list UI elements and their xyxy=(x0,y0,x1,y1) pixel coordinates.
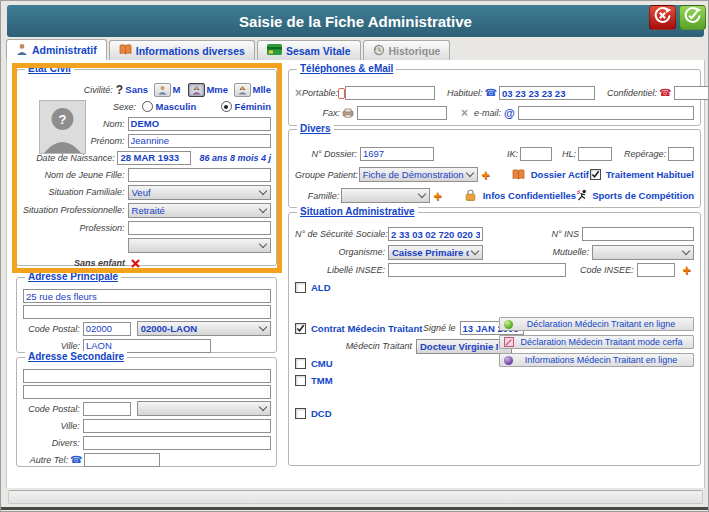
situation-professionnelle-label: Situation Professionnelle: xyxy=(23,205,125,215)
civilite-mlle-option[interactable]: Mlle xyxy=(253,84,271,95)
ik-input[interactable] xyxy=(520,147,552,161)
groupe-patient-row: Groupe Patient: Fiche de Démonstration +… xyxy=(295,164,694,185)
at-icon: @ xyxy=(504,107,515,119)
svg-text:?: ? xyxy=(59,112,67,127)
woman-avatar-icon xyxy=(191,85,202,95)
adresse2-commune-select[interactable] xyxy=(137,401,271,416)
email-label: e-mail: xyxy=(474,108,501,118)
civilite-sans-icon[interactable]: ? xyxy=(116,83,123,97)
groupe-patient-label: Groupe Patient: xyxy=(295,170,357,180)
sports-competition-link[interactable]: Sports de Compétition xyxy=(592,190,694,201)
adresse1-ligne1-input[interactable] xyxy=(23,289,271,303)
civilite-m-button[interactable] xyxy=(154,83,171,97)
reperage-input[interactable] xyxy=(668,147,694,161)
adresse2-ville-input[interactable] xyxy=(83,419,271,433)
cmu-checkbox[interactable] xyxy=(295,358,306,369)
tmm-checkbox[interactable] xyxy=(295,375,306,386)
civilite-sans-option[interactable]: Sans xyxy=(125,84,148,95)
libelle-insee-input[interactable] xyxy=(388,263,566,277)
sexe-feminin-radio[interactable] xyxy=(221,101,232,112)
nss-label: N° de Sécurité Sociale: xyxy=(295,229,385,239)
medecin-traitant-buttons: Déclaration Médecin Traitant en ligne Dé… xyxy=(499,317,694,371)
autre-tel-input[interactable] xyxy=(84,453,160,467)
nom-jeune-fille-input[interactable] xyxy=(128,168,271,182)
civilite-m-option[interactable]: M xyxy=(173,84,181,95)
clear-portable-icon[interactable]: × xyxy=(295,88,302,98)
hl-input[interactable] xyxy=(578,147,612,161)
ald-checkbox[interactable] xyxy=(295,282,306,293)
adresse1-code-postal-input[interactable] xyxy=(83,322,131,336)
window-bottom-edge xyxy=(1,507,709,510)
nom-input[interactable] xyxy=(128,117,271,131)
confidentiel-label: Confidentiel: xyxy=(607,88,657,98)
adresse1-commune-select[interactable]: 02000-LAON xyxy=(137,321,271,336)
profession-type-select[interactable] xyxy=(128,238,271,253)
tab-bar: Administratif Informations diverses Sesa… xyxy=(6,39,705,60)
adresse1-ligne2-row xyxy=(23,304,271,320)
declaration-mt-en-ligne-button[interactable]: Déclaration Médecin Traitant en ligne xyxy=(499,317,694,331)
nom-jeune-fille-row: Nom de Jeune Fille: xyxy=(23,166,271,183)
nss-input[interactable] xyxy=(388,227,483,241)
nins-input[interactable] xyxy=(582,227,694,241)
medecin-traitant-label: Médecin Traitant xyxy=(295,341,412,351)
civilite-mlle-button[interactable] xyxy=(234,83,251,97)
infos-confidentielles-link[interactable]: Infos Confidentielles xyxy=(483,190,576,201)
adresse2-ligne2-input[interactable] xyxy=(23,385,271,399)
email-input[interactable] xyxy=(518,106,694,120)
medecin-traitant-select[interactable]: Docteur Virginie MEDECIN RP... xyxy=(416,339,512,354)
clear-email-icon[interactable]: × xyxy=(461,108,468,118)
validate-button[interactable] xyxy=(679,5,706,30)
date-naissance-input[interactable] xyxy=(117,151,191,165)
situation-familiale-select[interactable]: Veuf xyxy=(128,185,271,200)
profession-input[interactable] xyxy=(128,221,271,235)
code-insee-input[interactable] xyxy=(637,263,675,277)
civilite-mme-option[interactable]: Mme xyxy=(206,84,228,95)
situation-familiale-row: Situation Familiale: Veuf xyxy=(23,183,271,201)
tab-sesam-vitale[interactable]: Sesam Vitale xyxy=(257,40,361,60)
add-code-insee-icon[interactable]: + xyxy=(683,264,691,276)
organisme-select[interactable]: Caisse Primaire d'Assur xyxy=(388,245,483,260)
famille-row: Famille: + Infos Confidentielles Sports … xyxy=(295,185,694,206)
groupe-patient-select[interactable]: Fiche de Démonstration xyxy=(359,167,478,182)
portable-input[interactable] xyxy=(345,86,435,100)
civilite-mme-button[interactable] xyxy=(188,83,205,97)
prenom-input[interactable] xyxy=(128,134,271,148)
n-dossier-input[interactable] xyxy=(360,147,434,161)
dcd-checkbox[interactable] xyxy=(295,408,306,419)
cmu-label: CMU xyxy=(311,358,333,369)
famille-select[interactable] xyxy=(341,188,429,203)
add-groupe-patient-icon[interactable]: + xyxy=(482,169,490,181)
habituel-input[interactable] xyxy=(499,86,595,100)
add-famille-icon[interactable]: + xyxy=(434,190,442,202)
page-title: Saisie de la Fiche Administrative xyxy=(239,13,472,30)
profession-row: Profession: xyxy=(23,219,271,236)
informations-mt-en-ligne-button[interactable]: Informations Médecin Traitant en ligne xyxy=(499,353,694,367)
traitement-habituel-checkbox[interactable] xyxy=(590,169,601,180)
situation-professionnelle-select[interactable]: Retraité xyxy=(128,203,271,218)
divers-legend: Divers xyxy=(297,123,334,134)
tab-administratif[interactable]: Administratif xyxy=(6,39,107,60)
fax-input[interactable] xyxy=(357,106,447,120)
mutuelle-select[interactable] xyxy=(592,245,694,260)
dossier-actif-link[interactable]: Dossier Actif xyxy=(531,169,590,180)
cancel-button[interactable] xyxy=(649,5,676,30)
adresse2-code-postal-input[interactable] xyxy=(83,402,131,416)
patient-photo-placeholder[interactable]: ? xyxy=(39,100,86,154)
adresse2-divers-input[interactable] xyxy=(83,436,271,450)
adresse2-ligne1-input[interactable] xyxy=(23,369,271,383)
title-bar: Saisie de la Fiche Administrative xyxy=(7,5,704,37)
dcd-row: DCD xyxy=(295,405,694,422)
confidentiel-input[interactable] xyxy=(674,86,709,100)
tab-informations-diverses[interactable]: Informations diverses xyxy=(109,40,255,60)
sexe-masculin-radio[interactable] xyxy=(142,101,153,112)
contrat-medecin-checkbox[interactable] xyxy=(295,323,306,334)
declaration-mt-cerfa-button[interactable]: Déclaration Médecin Traitant mode cerfa xyxy=(499,335,694,349)
divers-section: Divers N° Dossier: IK: HL: Repérage: xyxy=(288,129,701,208)
adresse1-ligne2-input[interactable] xyxy=(23,305,271,319)
telephones-row1: × Portable: Habituel: ☎ Confidentiel: ☎ xyxy=(295,83,694,103)
cerfa-form-icon xyxy=(504,337,514,347)
sans-enfant-cross-icon[interactable] xyxy=(131,254,140,272)
sexe-feminin-label: Féminin xyxy=(235,101,271,112)
adresse-principale-section: Adresse Principale Code Postal: 02000-LA… xyxy=(16,277,277,353)
tab-historique[interactable]: Historique xyxy=(363,40,451,60)
